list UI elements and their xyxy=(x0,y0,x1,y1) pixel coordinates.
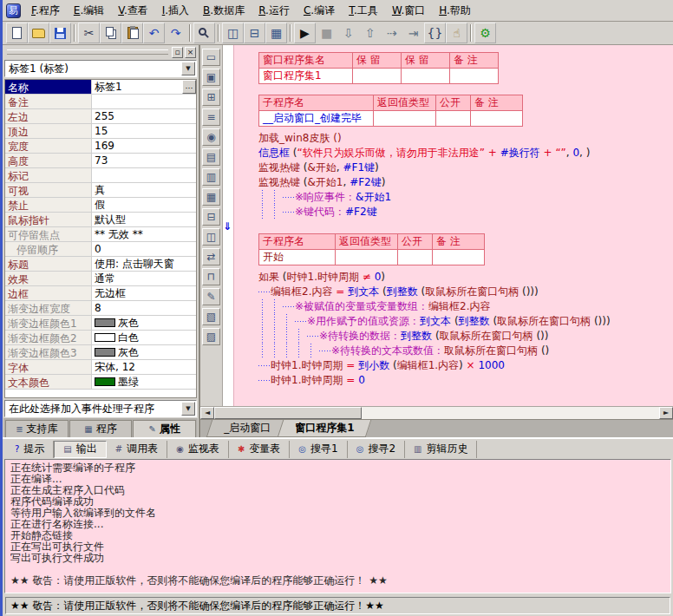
editor-tool-button-2[interactable]: ▣ xyxy=(202,69,220,86)
code-line[interactable]: 编辑框2.内容 = 到文本 (到整数 (取鼠标所在窗口句柄 ())) xyxy=(258,285,670,299)
property-row[interactable]: 文本颜色墨绿 xyxy=(5,375,196,390)
code-table-cell[interactable]: 开始 xyxy=(259,250,336,265)
code-line[interactable]: ※响应事件：&开始1 xyxy=(258,190,670,205)
property-name[interactable]: 停留顺序 xyxy=(5,242,92,256)
scrollbar-track[interactable] xyxy=(362,407,659,419)
scroll-right-button[interactable]: ► xyxy=(659,407,673,419)
property-row[interactable]: 渐变边框颜色2白色 xyxy=(5,331,196,345)
output-tab-调用表[interactable]: #调用表 xyxy=(107,441,167,458)
property-name[interactable]: 禁止 xyxy=(5,198,92,212)
pause-button[interactable]: ☝ xyxy=(446,23,467,43)
editor-tab-_启动窗口[interactable]: _启动窗口 xyxy=(206,420,288,437)
code-table-cell[interactable] xyxy=(402,69,450,84)
property-value[interactable]: 默认型 xyxy=(92,213,196,226)
property-name[interactable]: 可视 xyxy=(5,183,92,197)
paste-button[interactable] xyxy=(121,23,143,43)
component-selector[interactable]: 标签1 (标签) ▼ xyxy=(4,60,197,77)
property-value[interactable] xyxy=(92,168,196,182)
property-row[interactable]: 名称标签1… xyxy=(5,80,196,95)
output-tab-搜寻2[interactable]: ◎搜寻2 xyxy=(348,441,405,458)
find-button[interactable] xyxy=(193,23,215,43)
property-name[interactable]: 可停留焦点 xyxy=(5,227,92,241)
property-name[interactable]: 渐变边框颜色2 xyxy=(5,331,92,344)
code-table-cell[interactable] xyxy=(336,250,398,265)
property-row[interactable]: 渐变边框颜色3灰色 xyxy=(5,345,196,360)
property-value[interactable]: 15 xyxy=(92,124,196,138)
property-ellipsis-button[interactable]: … xyxy=(182,80,196,94)
property-value[interactable]: 73 xyxy=(92,154,196,167)
split-horizontal-button[interactable]: ⊟ xyxy=(244,23,265,43)
editor-tool-button-1[interactable]: ▭ xyxy=(202,49,220,66)
code-line[interactable]: ※待转换的数据：到整数 (取鼠标所在窗口句柄 ()) xyxy=(258,329,670,344)
panel-tab-属性[interactable]: ✎属性 xyxy=(133,420,196,437)
code-line[interactable]: 时钟1.时钟周期 = 到小数 (编辑框1.内容) × 1000 xyxy=(258,358,670,373)
menu-item-t[interactable]: T.工具 xyxy=(342,1,385,21)
tools-button[interactable]: ⚙ xyxy=(474,23,496,43)
menu-item-r[interactable]: R.运行 xyxy=(252,1,297,21)
property-name[interactable]: 渐变边框宽度 xyxy=(5,301,92,315)
property-value[interactable]: 白色 xyxy=(92,331,196,344)
property-name[interactable]: 边框 xyxy=(5,286,92,300)
menu-item-e[interactable]: E.编辑 xyxy=(67,1,111,21)
property-value[interactable]: 真 xyxy=(92,183,196,197)
chevron-down-icon[interactable]: ▼ xyxy=(181,62,195,75)
property-name[interactable]: 高度 xyxy=(5,154,92,167)
property-row[interactable]: 备注 xyxy=(5,95,196,109)
scrollbar-thumb[interactable] xyxy=(214,407,362,419)
output-tab-剪辑历史[interactable]: ▥剪辑历史 xyxy=(405,441,477,458)
property-name[interactable]: 渐变边框颜色3 xyxy=(5,345,92,359)
code-table[interactable]: 窗口程序集名保 留保 留备 注窗口程序集1 xyxy=(258,52,499,84)
code-line[interactable]: 加载_win8皮肤 () xyxy=(258,131,670,146)
panel-float-button[interactable]: ▫ xyxy=(172,47,183,58)
menu-item-c[interactable]: C.编译 xyxy=(297,1,342,21)
editor-tool-button-11[interactable]: ⇄ xyxy=(202,248,220,265)
property-row[interactable]: 左边255 xyxy=(5,109,196,124)
property-row[interactable]: 可视真 xyxy=(5,183,196,198)
copy-button[interactable] xyxy=(100,23,121,43)
code-line[interactable]: ※待转换的文本或数值：取鼠标所在窗口句柄 () xyxy=(258,344,670,358)
editor-tool-button-5[interactable]: ◉ xyxy=(202,128,220,146)
code-table-cell[interactable] xyxy=(353,69,402,84)
property-value[interactable]: 255 xyxy=(92,109,196,123)
property-row[interactable]: 鼠标指针默认型 xyxy=(5,213,196,227)
property-name[interactable]: 标记 xyxy=(5,168,92,182)
tile-windows-button[interactable]: ▦ xyxy=(265,23,287,43)
code-table[interactable]: 子程序名返回值类型公开备 注开始 xyxy=(258,233,485,265)
code-line[interactable]: 时钟1.时钟周期 = 0 xyxy=(258,373,670,388)
scroll-left-button[interactable]: ◄ xyxy=(200,407,214,419)
code-table-cell[interactable] xyxy=(374,111,436,127)
property-name[interactable]: 文本颜色 xyxy=(5,375,92,389)
code-table[interactable]: 子程序名返回值类型公开备 注__启动窗口_创建完毕 xyxy=(258,95,523,127)
code-table-cell[interactable] xyxy=(471,111,523,127)
property-name[interactable]: 鼠标指针 xyxy=(5,213,92,226)
property-name[interactable]: 效果 xyxy=(5,272,92,285)
editor-tab-窗口程序集1[interactable]: 窗口程序集1 xyxy=(278,420,372,437)
menu-item-v[interactable]: V.查看 xyxy=(111,1,155,21)
cut-button[interactable]: ✂ xyxy=(78,23,100,43)
code-table-cell[interactable] xyxy=(436,111,471,127)
property-name[interactable]: 字体 xyxy=(5,360,92,374)
property-row[interactable]: 边框无边框 xyxy=(5,286,196,301)
property-name[interactable]: 渐变边框颜色1 xyxy=(5,316,92,330)
menu-item-f[interactable]: F.程序 xyxy=(24,1,67,21)
property-value[interactable]: 墨绿 xyxy=(92,375,196,389)
split-vertical-button[interactable]: ◫ xyxy=(222,23,244,43)
undo-button[interactable]: ↶ xyxy=(143,23,165,43)
property-row[interactable]: 渐变边框宽度8 xyxy=(5,301,196,316)
property-value[interactable]: 使用: 点击聊天窗 xyxy=(92,257,196,271)
property-name[interactable]: 标题 xyxy=(5,257,92,271)
editor-tool-button-3[interactable]: ⊞ xyxy=(202,88,220,106)
output-log[interactable]: 正在统计需要编译的子程序正在编译...正在生成主程序入口代码程序代码编译成功等待… xyxy=(4,459,671,593)
property-row[interactable]: 标题使用: 点击聊天窗 xyxy=(5,257,196,272)
editor-tool-button-10[interactable]: ◫ xyxy=(202,228,220,246)
menu-item-w[interactable]: W.窗口 xyxy=(385,1,432,21)
property-value[interactable]: ** 无效 ** xyxy=(92,227,196,241)
property-value[interactable]: 169 xyxy=(92,139,196,153)
code-line[interactable]: 信息框 (“软件只为娱乐而做，请勿用于非法用途” + #换行符 + “”, 0,… xyxy=(258,146,670,161)
horizontal-scrollbar[interactable]: ◄ ► xyxy=(200,406,673,419)
breakpoint-button[interactable]: {} xyxy=(424,23,446,43)
menu-item-h[interactable]: H.帮助 xyxy=(432,1,478,21)
event-selector[interactable]: 在此处选择加入事件处理子程序 ▼ xyxy=(4,400,197,417)
panel-drag-grip[interactable] xyxy=(7,49,168,55)
code-table-cell[interactable]: 窗口程序集1 xyxy=(259,69,353,84)
